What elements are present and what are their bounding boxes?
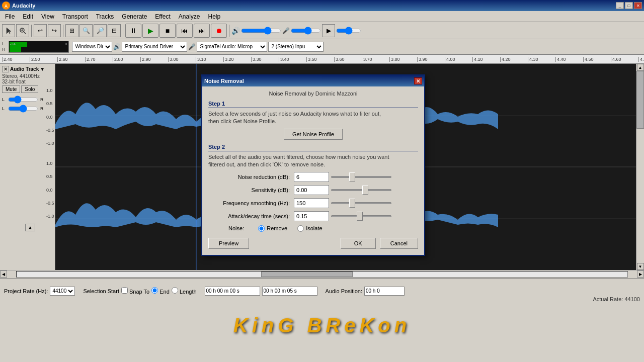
length-radio[interactable] [172, 287, 178, 294]
ruler-mark: 4.00 [445, 57, 472, 62]
ruler-mark: 4.40 [555, 57, 583, 62]
menu-view[interactable]: View [37, 12, 58, 21]
select-tool-btn[interactable] [2, 24, 15, 37]
menu-edit[interactable]: Edit [19, 12, 37, 21]
track-panel: ✕ Audio Track ▼ Stereo, 44100Hz 32-bit f… [0, 64, 55, 270]
snap-to-label: Snap To [121, 287, 149, 295]
ruler-mark: 4.60 [611, 57, 638, 62]
scale-markers: 1.0 0.5 0.0 -0.5 -1.0 [46, 88, 54, 146]
preview-button[interactable]: Preview [208, 238, 249, 249]
pause-btn[interactable]: ⏸ [125, 24, 141, 38]
collapse-btn[interactable]: ▲ [25, 224, 35, 231]
input-device-select[interactable]: SigmaTel Audio: Microp [197, 42, 267, 52]
sensitivity-thumb[interactable] [362, 186, 368, 195]
freq-smoothing-thumb[interactable] [349, 199, 355, 208]
mic-icon: 🎤 [282, 27, 290, 34]
output-device-select[interactable]: Primary Sound Driver [122, 42, 187, 52]
close-button[interactable]: ✕ [634, 2, 642, 9]
audio-host-select[interactable]: Windows Dire [72, 42, 112, 52]
toolbar-area: ↩ ↪ ⊞ 🔍 🔎 ⊟ ⏸ ▶ ■ ⏮ ⏭ ⏺ 🔊 🎤 ▶ L R [0, 22, 644, 55]
noise-isolate-label: Isolate [306, 225, 322, 231]
maximize-button[interactable]: □ [625, 2, 633, 9]
playback-speed-slider[interactable] [336, 27, 361, 34]
menu-help[interactable]: Help [204, 12, 225, 21]
attack-decay-thumb[interactable] [357, 212, 363, 221]
h-scroll-track[interactable] [16, 271, 628, 278]
vertical-scrollbar[interactable]: ▲ ▼ [636, 64, 644, 270]
channels-select[interactable]: 2 (Stereo) Inpu [268, 42, 324, 52]
audio-position-input[interactable] [364, 287, 405, 296]
scroll-down-btn[interactable]: ▼ [637, 263, 644, 270]
ruler-mark: 4.50 [583, 57, 611, 62]
gain-slider[interactable] [8, 97, 38, 102]
project-rate-section: Project Rate (Hz): 44100 22050 48000 [4, 287, 75, 296]
project-rate-select[interactable]: 44100 22050 48000 [50, 287, 75, 296]
actual-rate-display: Actual Rate: 44100 [589, 295, 644, 303]
undo-btn[interactable]: ↩ [34, 24, 47, 37]
trim-btn[interactable]: ⊞ [65, 24, 78, 37]
sensitivity-input[interactable] [294, 185, 329, 195]
noise-reduction-row: Noise reduction (dB): [208, 172, 418, 182]
dialog-close-button[interactable]: ✕ [414, 77, 422, 84]
input-volume-slider[interactable] [291, 27, 321, 34]
scroll-up-btn[interactable]: ▲ [637, 64, 644, 71]
mute-button[interactable]: Mute [2, 85, 20, 93]
app-icon: A [2, 2, 10, 10]
attack-decay-row: Attack/decay time (secs): [208, 211, 418, 221]
track-info-line2: 32-bit float [2, 79, 53, 84]
project-rate-label: Project Rate (Hz): [4, 288, 48, 294]
dialog-title: Noise Removal [204, 78, 414, 84]
pan-slider[interactable] [8, 106, 38, 111]
zoom-tool-btn[interactable] [16, 24, 29, 37]
h-scroll-thumb[interactable] [261, 272, 353, 277]
ruler-mark: 3.70 [362, 57, 389, 62]
end-radio-label: End [151, 287, 170, 295]
track-dropdown-btn[interactable]: ▼ [40, 66, 45, 72]
menu-file[interactable]: File [1, 12, 19, 21]
minimize-button[interactable]: _ [616, 2, 624, 9]
end-time-input[interactable] [262, 287, 317, 296]
record-btn[interactable]: ⏺ [211, 24, 227, 38]
get-noise-profile-btn[interactable]: Get Noise Profile [284, 129, 343, 140]
gain-l-label: L [2, 97, 6, 102]
gain-pan-area: L R L R [2, 97, 53, 111]
attack-decay-input[interactable] [294, 211, 329, 221]
solo-button[interactable]: Solo [21, 85, 38, 93]
fit-btn[interactable]: ⊟ [108, 24, 121, 37]
scroll-track [636, 71, 644, 263]
skip-end-btn[interactable]: ⏭ [194, 24, 210, 38]
menu-transport[interactable]: Transport [58, 12, 92, 21]
output-icon: 🔊 [113, 43, 121, 50]
snap-to-checkbox[interactable] [121, 287, 128, 294]
end-radio[interactable] [151, 287, 158, 294]
menu-tracks[interactable]: Tracks [92, 12, 118, 21]
redo-btn[interactable]: ↪ [48, 24, 61, 37]
menu-generate[interactable]: Generate [118, 12, 151, 21]
output-volume-slider[interactable] [241, 27, 281, 34]
audio-position-label: Audio Position: [326, 288, 362, 294]
freq-smoothing-label: Frequency smoothing (Hz): [208, 200, 294, 206]
pan-l-label: L [2, 106, 6, 111]
play-meter-btn[interactable]: ▶ [322, 24, 335, 37]
zoom-in-btn[interactable]: 🔍 [79, 24, 93, 37]
noise-remove-radio[interactable] [258, 225, 265, 232]
menu-analyze[interactable]: Analyze [175, 12, 204, 21]
ok-button[interactable]: OK [341, 238, 376, 249]
scroll-right-btn[interactable]: ▶ [637, 270, 644, 278]
noise-isolate-radio[interactable] [297, 225, 304, 232]
scroll-left-btn[interactable]: ◀ [0, 270, 7, 278]
noise-options-row: Noise: Remove Isolate [208, 225, 418, 232]
start-time-input[interactable] [205, 287, 260, 296]
track-close-btn[interactable]: ✕ [2, 66, 9, 72]
freq-smoothing-input[interactable] [294, 198, 329, 208]
cancel-button[interactable]: Cancel [380, 238, 418, 249]
zoom-out-btn[interactable]: 🔎 [94, 24, 107, 37]
noise-reduction-thumb[interactable] [349, 172, 355, 182]
skip-start-btn[interactable]: ⏮ [177, 24, 193, 38]
menu-effect[interactable]: Effect [151, 12, 174, 21]
play-btn[interactable]: ▶ [142, 24, 158, 38]
stop-btn[interactable]: ■ [159, 24, 176, 38]
scroll-thumb[interactable] [636, 71, 644, 129]
sensitivity-label: Sensitivity (dB): [208, 187, 294, 193]
noise-reduction-input[interactable] [294, 172, 329, 182]
